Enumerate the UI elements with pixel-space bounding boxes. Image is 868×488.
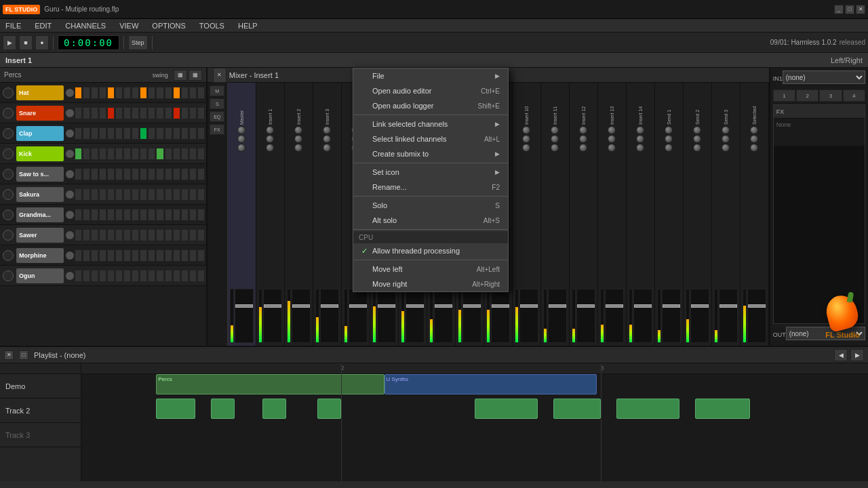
mixer-fader-11[interactable] [548, 289, 567, 343]
mixer-fader-9[interactable] [491, 289, 510, 343]
seq-view-toggle[interactable]: ▦ [174, 70, 187, 81]
step-btn-5-11[interactable] [165, 188, 172, 201]
menu-channels[interactable]: CHANNELS [62, 22, 108, 30]
step-btn-3-12[interactable] [173, 148, 180, 160]
channel-led-1[interactable] [3, 108, 14, 119]
step-btn-6-6[interactable] [123, 209, 131, 221]
channel-led-5[interactable] [3, 189, 14, 200]
step-btn-8-7[interactable] [132, 249, 139, 262]
step-btn-2-6[interactable] [123, 127, 131, 140]
step-btn-5-2[interactable] [91, 188, 98, 201]
channel-knob-0[interactable] [66, 89, 74, 97]
ctx-item-file[interactable]: File [353, 68, 508, 83]
mixer-knob-3-2[interactable] [323, 144, 331, 152]
mixer-fader-17[interactable] [719, 289, 738, 343]
step-btn-4-1[interactable] [83, 168, 90, 180]
channel-led-6[interactable] [3, 209, 14, 220]
step-btn-4-5[interactable] [115, 168, 123, 180]
mixer-left-btn-FX[interactable]: FX [210, 124, 224, 135]
mixer-knob-13-1[interactable] [608, 135, 616, 143]
channel-knob-3[interactable] [66, 150, 74, 158]
menu-edit[interactable]: EDIT [32, 22, 54, 30]
step-btn-0-10[interactable] [156, 87, 163, 99]
step-btn-6-4[interactable] [107, 209, 115, 221]
step-btn-0-8[interactable] [140, 87, 147, 99]
channel-name-btn-9[interactable]: Ogun [16, 268, 64, 283]
mixer-channel-15[interactable]: Send 1 [655, 83, 684, 346]
step-btn-7-14[interactable] [189, 229, 197, 241]
step-btn-1-4[interactable] [107, 107, 115, 119]
ctx-item-alt_solo[interactable]: Alt soloAlt+S [353, 213, 508, 228]
step-btn-3-6[interactable] [123, 148, 131, 160]
mixer-fader-5[interactable] [377, 289, 396, 343]
step-btn-2-1[interactable] [83, 127, 90, 140]
step-btn-2-13[interactable] [181, 127, 189, 140]
step-btn-7-15[interactable] [197, 229, 205, 241]
step-btn-7-0[interactable] [75, 229, 82, 241]
sidebar-slot-4[interactable]: 4 [843, 89, 865, 102]
step-btn-4-2[interactable] [91, 168, 98, 180]
step-btn-3-4[interactable] [107, 148, 115, 160]
step-btn-6-11[interactable] [165, 209, 172, 221]
mixer-knob-1-0[interactable] [266, 126, 274, 134]
mixer-knob-10-1[interactable] [522, 135, 530, 143]
step-btn-4-12[interactable] [173, 168, 180, 180]
step-btn-6-5[interactable] [115, 209, 123, 221]
mixer-knob-15-1[interactable] [665, 135, 673, 143]
channel-knob-7[interactable] [66, 231, 74, 239]
step-btn-8-12[interactable] [173, 249, 180, 262]
channel-name-btn-4[interactable]: Saw to s... [16, 167, 64, 182]
mixer-fader-13[interactable] [605, 289, 624, 343]
step-btn-3-14[interactable] [189, 148, 197, 160]
step-btn-7-1[interactable] [83, 229, 90, 241]
step-btn-2-9[interactable] [148, 127, 155, 140]
mixer-knob-18-1[interactable] [750, 135, 758, 143]
step-btn-6-10[interactable] [156, 209, 163, 221]
step-btn-5-12[interactable] [173, 188, 180, 201]
ctx-item-move_right[interactable]: Move rightAlt+Right [353, 277, 508, 291]
step-btn-0-4[interactable] [107, 87, 115, 99]
mixer-knob-3-0[interactable] [323, 126, 331, 134]
step-btn-2-7[interactable] [132, 127, 139, 140]
step-btn-2-5[interactable] [115, 127, 123, 140]
menu-tools[interactable]: TOOLS [197, 22, 227, 30]
step-btn-8-2[interactable] [91, 249, 98, 262]
step-btn-4-13[interactable] [181, 168, 189, 180]
record-button[interactable]: ● [35, 35, 49, 50]
step-btn-2-12[interactable] [173, 127, 180, 140]
play-button[interactable]: ▶ [3, 35, 16, 50]
channel-led-8[interactable] [3, 250, 14, 261]
step-btn-9-9[interactable] [148, 270, 155, 282]
step-btn-9-2[interactable] [91, 270, 98, 282]
step-btn-7-6[interactable] [123, 229, 131, 241]
mixer-channel-16[interactable]: Send 2 [684, 83, 712, 346]
step-btn-0-7[interactable] [132, 87, 139, 99]
step-btn-7-3[interactable] [99, 229, 106, 241]
step-btn-8-5[interactable] [115, 249, 123, 262]
step-btn-6-12[interactable] [173, 209, 180, 221]
step-btn-5-0[interactable] [75, 188, 82, 201]
step-btn-5-6[interactable] [123, 188, 131, 201]
step-btn-9-1[interactable] [83, 270, 90, 282]
step-btn-6-15[interactable] [197, 209, 205, 221]
step-btn-1-11[interactable] [165, 107, 172, 119]
step-btn-6-2[interactable] [91, 209, 98, 221]
step-btn-5-8[interactable] [140, 188, 147, 201]
step-btn-8-15[interactable] [197, 249, 205, 262]
mixer-knob-2-1[interactable] [294, 135, 302, 143]
mixer-fader-18[interactable] [747, 289, 766, 343]
mixer-channel-0[interactable]: Master [228, 83, 256, 346]
channel-knob-8[interactable] [66, 251, 74, 260]
step-btn-7-13[interactable] [181, 229, 189, 241]
channel-led-4[interactable] [3, 169, 14, 180]
sidebar-in-select[interactable]: (none) [783, 70, 865, 84]
step-btn-9-11[interactable] [165, 270, 172, 282]
step-btn-4-4[interactable] [107, 168, 115, 180]
ctx-item-link_selected[interactable]: Link selected channels [353, 117, 508, 131]
mixer-left-btn-S[interactable]: S [210, 98, 224, 109]
playlist-close-btn[interactable]: ✕ [4, 350, 14, 360]
step-btn-8-0[interactable] [75, 249, 82, 262]
step-btn-6-14[interactable] [189, 209, 197, 221]
step-btn-1-13[interactable] [181, 107, 189, 119]
step-btn-9-0[interactable] [75, 270, 82, 282]
